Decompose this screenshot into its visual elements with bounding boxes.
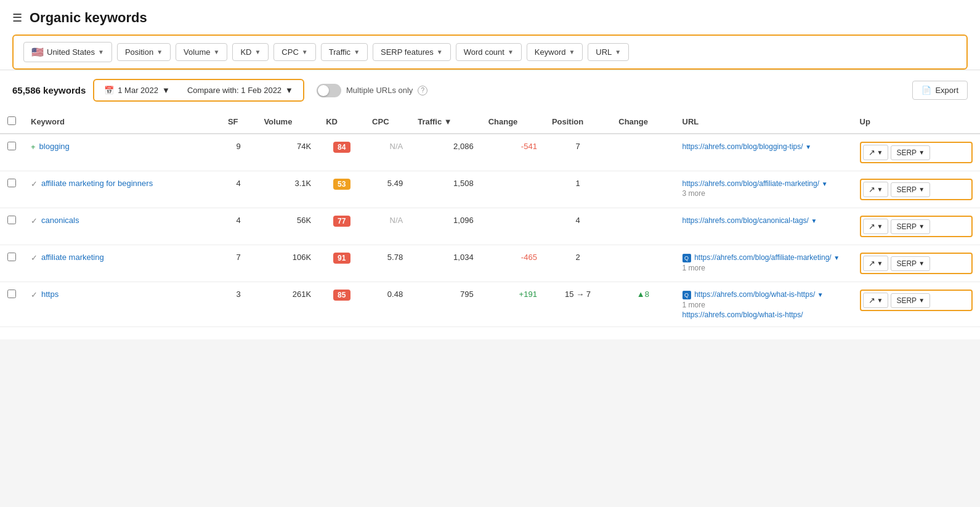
url-link[interactable]: https://ahrefs.com/blog/what-is-https/ (694, 290, 815, 299)
filter-serp-features[interactable]: SERP features ▼ (373, 43, 451, 61)
chevron-down-icon: ▼ (156, 49, 163, 55)
filter-keyword[interactable]: Keyword ▼ (527, 43, 583, 61)
row-checkbox-cell[interactable] (0, 134, 23, 171)
date-label: 1 Mar 2022 (118, 86, 158, 95)
keyword-link[interactable]: canonicals (41, 216, 79, 225)
chevron-down-icon: ▼ (877, 186, 883, 193)
chevron-down-icon: ▼ (437, 49, 443, 55)
row-checkbox[interactable] (7, 216, 16, 224)
sf-col-header[interactable]: SF (221, 110, 257, 134)
chevron-down-icon: ▼ (213, 49, 219, 55)
url-dropdown-icon[interactable]: ▼ (805, 144, 811, 150)
row-checkbox-cell[interactable] (0, 208, 23, 245)
url-more-link[interactable]: 1 more (682, 264, 845, 272)
row-checkbox-cell[interactable] (0, 245, 23, 282)
cpc-cell: 0.48 (365, 282, 410, 327)
filter-url[interactable]: URL ▼ (588, 43, 629, 61)
kd-col-header[interactable]: KD (318, 110, 365, 134)
chart-button[interactable]: ↗ ▼ (863, 293, 889, 308)
url-more-link[interactable]: 1 more (682, 301, 845, 309)
date-picker-button[interactable]: 📅 1 Mar 2022 ▼ (98, 83, 176, 98)
status-icon: ✓ (31, 216, 38, 225)
url-link[interactable]: https://ahrefs.com/blog/blogging-tips/ (682, 142, 803, 151)
help-icon[interactable]: ? (418, 86, 427, 95)
row-checkbox[interactable] (7, 253, 16, 261)
change-cell: -465 (481, 245, 545, 282)
serp-button[interactable]: SERP ▼ (891, 182, 930, 197)
filter-cpc-label: CPC (281, 47, 298, 57)
cpc-cell: 5.49 (365, 171, 410, 208)
export-icon: 📄 (921, 86, 931, 95)
row-checkbox[interactable] (7, 290, 16, 298)
url-cell: https://ahrefs.com/blog/affiliate-market… (675, 171, 852, 208)
change-col-header[interactable]: Change (481, 110, 545, 134)
select-all-checkbox[interactable] (7, 116, 16, 125)
url-link[interactable]: https://ahrefs.com/blog/affiliate-market… (694, 253, 832, 262)
serp-button[interactable]: SERP ▼ (891, 219, 930, 234)
chevron-down-icon: ▼ (354, 49, 360, 55)
keywords-table: Keyword SF Volume KD CPC Traffic ▼ (0, 110, 980, 327)
url-link[interactable]: https://ahrefs.com/blog/affiliate-market… (682, 179, 820, 188)
pos-change-cell (611, 134, 674, 171)
filter-traffic[interactable]: Traffic ▼ (321, 43, 368, 61)
filter-country[interactable]: 🇺🇸 United States ▼ (23, 42, 112, 62)
serp-button[interactable]: SERP ▼ (891, 145, 930, 160)
table-row: ✓ affiliate marketing 7106K 91 5.781,034… (0, 245, 980, 282)
chart-button[interactable]: ↗ ▼ (863, 182, 889, 197)
row-checkbox-cell[interactable] (0, 171, 23, 208)
export-label: Export (935, 86, 958, 95)
url-dropdown-icon[interactable]: ▼ (817, 291, 824, 298)
chevron-down-icon: ▼ (918, 223, 925, 230)
position-col-header[interactable]: Position (545, 110, 611, 134)
row-checkbox[interactable] (7, 142, 16, 150)
multiple-urls-label: Multiple URLs only (346, 86, 413, 95)
filter-position[interactable]: Position ▼ (117, 43, 171, 61)
keyword-link[interactable]: blogging (39, 142, 70, 151)
keyword-link[interactable]: https (41, 290, 59, 299)
select-all-header[interactable] (0, 110, 23, 134)
url-col-header[interactable]: URL (675, 110, 852, 134)
chart-button[interactable]: ↗ ▼ (863, 219, 889, 234)
export-button[interactable]: 📄 Export (912, 81, 968, 100)
chevron-down-icon: ▼ (615, 49, 621, 55)
chart-button[interactable]: ↗ ▼ (863, 256, 889, 271)
serp-button[interactable]: SERP ▼ (891, 256, 930, 271)
filter-cpc[interactable]: CPC ▼ (273, 43, 315, 61)
chevron-down-icon: ▼ (918, 186, 925, 193)
filter-word-count[interactable]: Word count ▼ (456, 43, 522, 61)
row-checkbox-cell[interactable] (0, 282, 23, 327)
filter-url-label: URL (596, 47, 612, 57)
url-dropdown-icon[interactable]: ▼ (833, 254, 840, 261)
compare-date-button[interactable]: Compare with: 1 Feb 2022 ▼ (181, 83, 299, 98)
keyword-link[interactable]: affiliate marketing for beginners (41, 179, 153, 188)
change-cell: +191 (481, 282, 545, 327)
multiple-urls-toggle[interactable] (317, 84, 341, 97)
chevron-down-icon: ▼ (918, 297, 925, 304)
keyword-cell: ✓ canonicals (23, 208, 221, 245)
volume-col-header[interactable]: Volume (256, 110, 318, 134)
keyword-count: 65,586 keywords (12, 85, 86, 95)
url-dropdown-icon[interactable]: ▼ (822, 180, 828, 187)
row-checkbox[interactable] (7, 179, 16, 187)
table-row: + blogging 974K 84 N/A2,086-5417 https:/… (0, 134, 980, 171)
url-secondary-link[interactable]: https://ahrefs.com/blog/what-is-https/ (682, 310, 845, 319)
keyword-link[interactable]: affiliate marketing (41, 253, 104, 262)
cpc-col-header[interactable]: CPC (365, 110, 410, 134)
filter-keyword-label: Keyword (535, 47, 566, 57)
filter-volume[interactable]: Volume ▼ (176, 43, 227, 61)
filter-volume-label: Volume (184, 47, 210, 57)
keyword-col-header[interactable]: Keyword (23, 110, 221, 134)
url-cell: https://ahrefs.com/blog/canonical-tags/ … (675, 208, 852, 245)
pos-change-col-header[interactable]: Change (611, 110, 674, 134)
keyword-cell: ✓ https (23, 282, 221, 327)
url-dropdown-icon[interactable]: ▼ (811, 217, 817, 224)
url-more-link[interactable]: 3 more (682, 189, 845, 198)
title-row: ☰ Organic keywords (12, 10, 968, 26)
hamburger-icon[interactable]: ☰ (12, 11, 22, 25)
filter-kd[interactable]: KD ▼ (232, 43, 269, 61)
trend-icon: ↗ (869, 259, 875, 268)
url-link[interactable]: https://ahrefs.com/blog/canonical-tags/ (682, 216, 809, 225)
traffic-col-header[interactable]: Traffic ▼ (410, 110, 480, 134)
serp-button[interactable]: SERP ▼ (891, 293, 930, 308)
chart-button[interactable]: ↗ ▼ (863, 145, 889, 160)
